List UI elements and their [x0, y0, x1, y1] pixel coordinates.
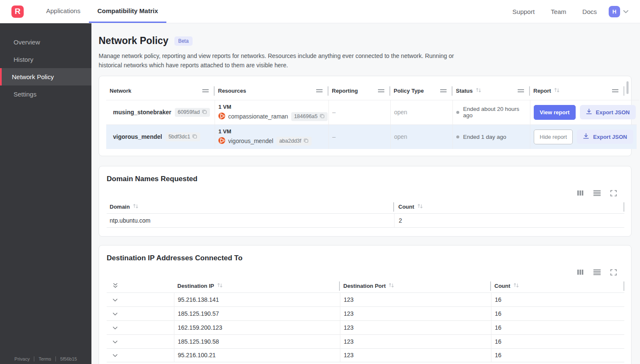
resource-hash-badge: 184696a5: [291, 112, 328, 121]
link-support[interactable]: Support: [513, 8, 535, 15]
report-toggle-button[interactable]: Hide report: [534, 130, 573, 144]
export-json-label: Export JSON: [593, 134, 627, 140]
sidebar-item[interactable]: Network Policy: [0, 68, 91, 85]
row-density-icon[interactable]: [593, 190, 601, 196]
column-label: Destination Port: [343, 283, 386, 289]
chevron-down-icon[interactable]: [113, 352, 118, 358]
resource-name[interactable]: compassionate_raman: [228, 113, 288, 120]
row-expander[interactable]: [107, 306, 174, 320]
column-header-network[interactable]: Network: [106, 82, 215, 100]
chevron-down-icon[interactable]: [113, 338, 118, 345]
destination-ip-cell: 185.125.190.57: [174, 306, 340, 320]
row-expander[interactable]: [107, 348, 174, 362]
policy-type-value: open: [394, 109, 407, 116]
column-header-destination-port[interactable]: Destination Port: [340, 280, 491, 292]
column-header-policy-type[interactable]: Policy Type: [390, 82, 452, 100]
sidebar-item-label: Network Policy: [12, 73, 54, 80]
avatar[interactable]: H: [609, 6, 620, 17]
column-header-domain[interactable]: Domain: [107, 201, 394, 213]
networks-table-header: Network Resources Reporting: [106, 82, 624, 100]
fullscreen-icon[interactable]: [610, 269, 617, 276]
sidebar-item[interactable]: Overview: [0, 33, 91, 51]
copy-icon[interactable]: [192, 134, 197, 140]
destination-table-row[interactable]: 185.125.190.57 123 16: [107, 306, 624, 320]
scrollbar-thumb[interactable]: [626, 81, 629, 94]
double-chevron-down-icon[interactable]: [113, 282, 118, 290]
column-header-status[interactable]: Status: [452, 82, 530, 100]
copy-icon[interactable]: [320, 113, 325, 120]
tab-applications[interactable]: Applications: [38, 0, 89, 23]
column-header-resources[interactable]: Resources: [215, 82, 328, 100]
brand-logo[interactable]: R: [11, 6, 24, 18]
ubuntu-icon: [218, 113, 225, 121]
sort-icon[interactable]: [217, 283, 223, 289]
status-text: Ended 1 day ago: [463, 134, 506, 140]
row-density-icon[interactable]: [593, 269, 601, 275]
page-title: Network Policy: [99, 35, 168, 47]
row-expander[interactable]: [107, 334, 174, 348]
destination-table-row[interactable]: 95.216.100.21 123 16: [107, 348, 624, 362]
sort-icon[interactable]: [476, 88, 481, 94]
destination-ip-cell: 185.125.190.58: [174, 334, 340, 348]
download-icon: [583, 133, 589, 141]
expand-all-header[interactable]: [107, 280, 174, 292]
sidebar-footer: Privacy Terms 5f56b15: [0, 356, 91, 361]
column-header-destination-ip[interactable]: Destination IP: [174, 280, 340, 292]
network-cell: musing_stonebraker 60959fad: [106, 100, 215, 124]
ubuntu-icon: [218, 137, 225, 145]
user-menu[interactable]: H: [609, 0, 629, 23]
report-toggle-button[interactable]: View report: [534, 105, 576, 120]
column-label: Status: [456, 88, 473, 94]
export-json-button[interactable]: Export JSON: [577, 130, 633, 144]
link-docs[interactable]: Docs: [582, 8, 597, 15]
sidebar-item[interactable]: History: [0, 51, 91, 68]
resource-name[interactable]: vigorous_mendel: [228, 138, 273, 144]
chevron-down-icon[interactable]: [113, 296, 118, 303]
count-cell: 16: [491, 348, 624, 362]
privacy-link[interactable]: Privacy: [14, 356, 30, 361]
sort-icon[interactable]: [133, 204, 138, 210]
reporting-cell: –: [328, 124, 390, 149]
column-handle-icon[interactable]: [612, 89, 618, 90]
sort-icon[interactable]: [389, 283, 394, 289]
domain-table-row[interactable]: ntp.ubuntu.com 2: [107, 213, 624, 228]
network-table-row[interactable]: vigorous_mendel 5bdf3dc1 1 VM: [106, 124, 624, 149]
export-json-button[interactable]: Export JSON: [580, 105, 636, 119]
column-label: Destination IP: [177, 283, 214, 289]
column-handle-icon[interactable]: [440, 89, 447, 90]
column-handle-icon[interactable]: [316, 89, 323, 90]
chevron-down-icon[interactable]: [113, 324, 118, 331]
row-expander[interactable]: [107, 320, 174, 334]
columns-icon[interactable]: [577, 269, 584, 275]
sidebar-nav: Overview History Network Policy Settings: [0, 23, 91, 103]
sort-icon[interactable]: [554, 88, 560, 94]
destination-table-row[interactable]: 95.216.138.141 123 16: [107, 292, 624, 306]
column-header-report[interactable]: Report: [530, 82, 624, 100]
column-label: Count: [494, 283, 510, 289]
terms-link[interactable]: Terms: [39, 356, 51, 361]
column-header-count[interactable]: Count: [394, 201, 624, 213]
destination-table-row[interactable]: 185.125.190.58 123 16: [107, 334, 624, 348]
footer-divider: [55, 356, 56, 361]
column-header-reporting[interactable]: Reporting: [328, 82, 390, 100]
copy-icon[interactable]: [303, 138, 309, 144]
fullscreen-icon[interactable]: [610, 190, 617, 196]
copy-icon[interactable]: [202, 109, 207, 116]
sort-icon[interactable]: [513, 283, 519, 289]
link-team[interactable]: Team: [551, 8, 566, 15]
network-table-row[interactable]: musing_stonebraker 60959fad 1 VM: [106, 100, 624, 124]
columns-icon[interactable]: [577, 190, 584, 196]
row-expander[interactable]: [107, 292, 174, 306]
column-handle-icon[interactable]: [202, 89, 209, 90]
destination-table-row[interactable]: 162.159.200.123 123 16: [107, 320, 624, 334]
column-divider: [623, 281, 624, 291]
column-handle-icon[interactable]: [378, 89, 384, 90]
domains-card-title: Domain Names Requested: [107, 175, 624, 183]
chevron-down-icon[interactable]: [113, 310, 118, 317]
network-name: musing_stonebraker: [113, 109, 171, 116]
sort-icon[interactable]: [417, 204, 423, 210]
column-header-count[interactable]: Count: [491, 280, 624, 292]
sidebar-item[interactable]: Settings: [0, 85, 91, 103]
column-handle-icon[interactable]: [518, 89, 524, 90]
tab-compatibility-matrix[interactable]: Compatibility Matrix: [89, 0, 166, 23]
